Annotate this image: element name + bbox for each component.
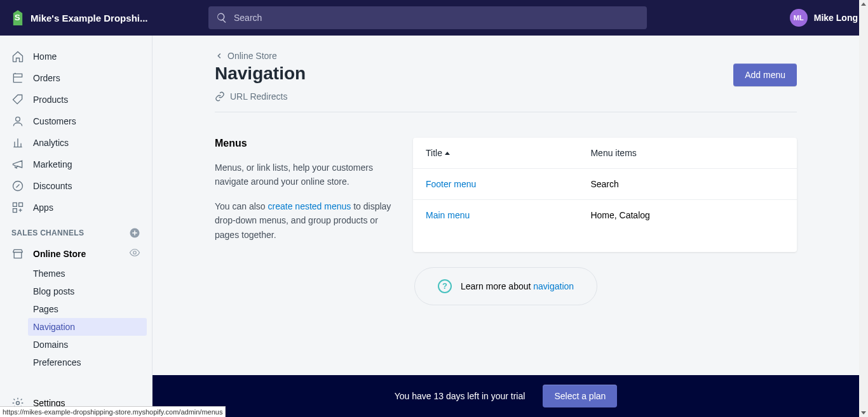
learn-more-link[interactable]: navigation bbox=[533, 281, 574, 291]
customer-icon bbox=[11, 115, 24, 128]
top-bar: Mike's Example Dropshi... ML Mike Long bbox=[0, 0, 868, 36]
main-content: Online Store Navigation URL Redirects Ad… bbox=[153, 36, 859, 417]
user-name: Mike Long bbox=[814, 13, 858, 23]
svg-point-7 bbox=[17, 402, 20, 405]
sidebar-item-marketing[interactable]: Marketing bbox=[5, 154, 147, 175]
menu-items-cell: Search bbox=[590, 179, 784, 189]
svg-rect-3 bbox=[19, 203, 23, 207]
search-box[interactable] bbox=[208, 6, 647, 29]
orders-icon bbox=[11, 72, 24, 84]
sidebar-sub-pages[interactable]: Pages bbox=[28, 300, 147, 318]
megaphone-icon bbox=[11, 158, 24, 171]
breadcrumb-label: Online Store bbox=[227, 51, 277, 61]
sidebar-sub-navigation[interactable]: Navigation bbox=[28, 318, 147, 336]
sort-asc-icon bbox=[445, 152, 450, 155]
divider bbox=[215, 112, 797, 112]
sidebar-item-apps[interactable]: Apps bbox=[5, 197, 147, 218]
shopify-logo-icon bbox=[10, 10, 25, 25]
section-label: SALES CHANNELS bbox=[11, 228, 84, 237]
logo-area[interactable]: Mike's Example Dropshi... bbox=[10, 10, 208, 25]
sidebar: Home Orders Products Customers Analytics… bbox=[0, 36, 153, 417]
scroll-down-icon[interactable] bbox=[861, 411, 866, 414]
sidebar-item-label: Marketing bbox=[33, 159, 72, 169]
scroll-up-icon[interactable] bbox=[861, 3, 866, 6]
svg-rect-4 bbox=[13, 209, 17, 213]
avatar: ML bbox=[790, 9, 808, 27]
sidebar-item-label: Customers bbox=[33, 116, 76, 126]
menus-description-2: You can also create nested menus to disp… bbox=[215, 199, 393, 242]
menu-link-footer[interactable]: Footer menu bbox=[426, 179, 476, 189]
chevron-left-icon bbox=[215, 51, 224, 60]
analytics-icon bbox=[11, 136, 24, 149]
menus-heading: Menus bbox=[215, 138, 393, 149]
user-menu[interactable]: ML Mike Long bbox=[777, 9, 858, 27]
url-redirects-label: URL Redirects bbox=[230, 91, 288, 102]
sidebar-item-label: Orders bbox=[33, 73, 60, 83]
link-icon bbox=[215, 91, 225, 102]
add-channel-icon[interactable] bbox=[129, 227, 140, 239]
menu-items-cell: Home, Catalog bbox=[590, 210, 784, 220]
menus-description-1: Menus, or link lists, help your customer… bbox=[215, 161, 393, 189]
sidebar-item-orders[interactable]: Orders bbox=[5, 67, 147, 89]
sidebar-item-online-store[interactable]: Online Store bbox=[5, 242, 147, 265]
channel-label: Online Store bbox=[33, 249, 120, 259]
menu-link-main[interactable]: Main menu bbox=[426, 210, 470, 220]
table-row: Footer menu Search bbox=[413, 169, 797, 200]
sales-channels-header: SALES CHANNELS bbox=[5, 218, 147, 242]
help-icon: ? bbox=[438, 279, 452, 293]
page-title: Navigation bbox=[215, 63, 306, 84]
sidebar-item-analytics[interactable]: Analytics bbox=[5, 132, 147, 154]
sidebar-sub-domains[interactable]: Domains bbox=[28, 336, 147, 354]
th-title[interactable]: Title bbox=[426, 148, 590, 158]
learn-more-text: Learn more about bbox=[461, 281, 533, 291]
svg-point-6 bbox=[133, 251, 137, 255]
trial-bar: You have 13 days left in your trial Sele… bbox=[153, 375, 859, 417]
sidebar-item-home[interactable]: Home bbox=[5, 46, 147, 67]
sidebar-item-label: Apps bbox=[33, 202, 53, 213]
svg-rect-2 bbox=[13, 203, 17, 207]
sidebar-sub-themes[interactable]: Themes bbox=[28, 265, 147, 282]
sidebar-item-label: Discounts bbox=[33, 181, 72, 191]
sidebar-item-label: Home bbox=[33, 51, 57, 62]
table-row: Main menu Home, Catalog bbox=[413, 200, 797, 237]
add-menu-button[interactable]: Add menu bbox=[733, 63, 797, 86]
breadcrumb[interactable]: Online Store bbox=[215, 51, 797, 61]
nested-menus-link[interactable]: create nested menus bbox=[268, 201, 351, 211]
sidebar-item-label: Products bbox=[33, 95, 68, 105]
scrollbar[interactable] bbox=[859, 0, 868, 417]
select-plan-button[interactable]: Select a plan bbox=[543, 385, 617, 407]
tag-icon bbox=[11, 93, 24, 106]
search-wrap bbox=[208, 6, 647, 29]
th-menu-items[interactable]: Menu items bbox=[590, 148, 784, 158]
search-input[interactable] bbox=[234, 13, 639, 23]
sidebar-sub-preferences[interactable]: Preferences bbox=[28, 354, 147, 371]
learn-more-pill: ? Learn more about navigation bbox=[414, 267, 597, 305]
apps-icon bbox=[11, 201, 24, 214]
eye-icon[interactable] bbox=[129, 247, 140, 260]
menus-table-card: Title Menu items Footer menu Search Main… bbox=[413, 138, 797, 252]
status-bar-url: https://mikes-example-dropshipping-store… bbox=[0, 406, 226, 417]
sidebar-item-discounts[interactable]: Discounts bbox=[5, 175, 147, 197]
sidebar-sub-blog-posts[interactable]: Blog posts bbox=[28, 282, 147, 300]
discount-icon bbox=[11, 180, 24, 192]
sidebar-item-customers[interactable]: Customers bbox=[5, 110, 147, 132]
trial-text: You have 13 days left in your trial bbox=[395, 391, 526, 401]
svg-point-0 bbox=[16, 117, 20, 121]
home-icon bbox=[11, 50, 24, 63]
url-redirects-link[interactable]: URL Redirects bbox=[215, 91, 306, 102]
search-icon bbox=[216, 12, 227, 23]
store-name: Mike's Example Dropshi... bbox=[31, 13, 147, 23]
store-icon bbox=[11, 248, 24, 260]
sidebar-item-products[interactable]: Products bbox=[5, 89, 147, 110]
sidebar-item-label: Analytics bbox=[33, 138, 69, 148]
